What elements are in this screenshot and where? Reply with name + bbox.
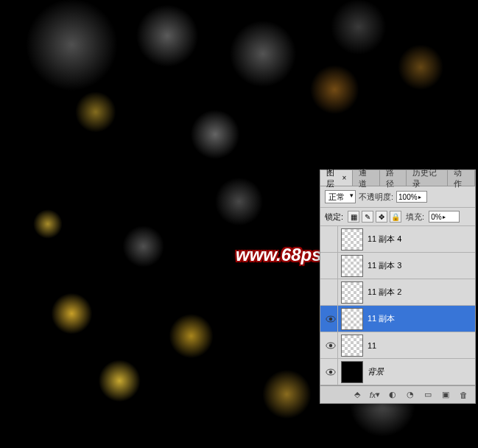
panel-footer: ⬘ fx▾ ◐ ◔ ▭ ▣ 🗑 [320, 385, 475, 403]
eye-icon [326, 368, 336, 376]
lock-position-icon[interactable]: ✥ [376, 211, 387, 223]
layer-name-label[interactable]: 11 [368, 341, 376, 350]
eye-icon [326, 315, 336, 323]
trash-icon[interactable]: 🗑 [457, 390, 469, 400]
layer-row[interactable]: 11 副本 [320, 306, 475, 332]
layer-row[interactable]: 11 副本 2 [320, 279, 475, 306]
tab-label: 图层 [326, 167, 340, 189]
layer-list: 11 副本 411 副本 311 副本 211 副本11背景 [320, 226, 475, 385]
lock-icons: ▦ ✎ ✥ 🔒 [348, 211, 401, 223]
lock-transparency-icon[interactable]: ▦ [348, 211, 359, 223]
lock-image-icon[interactable]: ✎ [362, 211, 373, 223]
layer-thumbnail[interactable] [341, 308, 363, 330]
layer-thumbnail[interactable] [341, 281, 363, 304]
layer-thumbnail[interactable] [341, 228, 363, 251]
visibility-toggle[interactable] [323, 306, 338, 332]
visibility-toggle[interactable] [323, 253, 338, 279]
layer-name-label[interactable]: 11 副本 3 [368, 260, 401, 271]
panel-lock-row: 锁定: ▦ ✎ ✥ 🔒 填充: 0%▸ [320, 208, 475, 226]
layer-thumbnail[interactable] [341, 335, 363, 357]
layer-row[interactable]: 11 [320, 332, 475, 359]
tab-history[interactable]: 历史记录 [407, 170, 448, 186]
close-icon[interactable]: × [342, 174, 347, 182]
layer-thumbnail[interactable] [341, 361, 363, 383]
svg-point-5 [328, 370, 331, 373]
layer-row[interactable]: 11 副本 4 [320, 226, 475, 253]
fill-label: 填充: [406, 211, 424, 223]
panel-tabs: 图层× 通道 路径 历史记录 动作 [320, 170, 475, 186]
layer-row[interactable]: 11 副本 3 [320, 253, 475, 279]
lock-label: 锁定: [325, 211, 343, 223]
layer-row[interactable]: 背景 [320, 359, 475, 385]
opacity-input[interactable]: 100%▸ [396, 191, 427, 203]
group-icon[interactable]: ▭ [422, 390, 434, 400]
layer-name-label[interactable]: 11 副本 4 [368, 234, 401, 245]
tab-paths[interactable]: 路径 [380, 170, 407, 186]
link-icon[interactable]: ⬘ [351, 390, 363, 400]
layers-panel: 图层× 通道 路径 历史记录 动作 正常 不透明度: 100%▸ 锁定: ▦ ✎… [320, 169, 476, 404]
panel-controls: 正常 不透明度: 100%▸ [320, 186, 475, 208]
chevron-right-icon[interactable]: ▸ [418, 194, 421, 200]
new-icon[interactable]: ▣ [440, 390, 451, 400]
lock-all-icon[interactable]: 🔒 [390, 211, 401, 223]
layer-name-label[interactable]: 11 副本 [368, 313, 395, 324]
visibility-toggle[interactable] [323, 359, 338, 385]
chevron-right-icon[interactable]: ▸ [443, 214, 446, 220]
tab-channels[interactable]: 通道 [353, 170, 380, 186]
tab-layers[interactable]: 图层× [320, 170, 353, 186]
opacity-label: 不透明度: [359, 192, 393, 203]
fx-icon[interactable]: fx▾ [369, 390, 381, 400]
svg-point-3 [328, 343, 331, 346]
fill-input[interactable]: 0%▸ [429, 211, 460, 223]
mask-icon[interactable]: ◐ [387, 390, 398, 400]
svg-point-1 [328, 317, 331, 320]
visibility-toggle[interactable] [323, 226, 338, 252]
visibility-toggle[interactable] [323, 279, 338, 305]
tab-actions[interactable]: 动作 [448, 170, 475, 186]
eye-icon [326, 342, 336, 349]
layer-name-label[interactable]: 背景 [368, 366, 384, 377]
adjust-icon[interactable]: ◔ [404, 390, 416, 400]
visibility-toggle[interactable] [323, 332, 338, 358]
layer-thumbnail[interactable] [341, 255, 363, 277]
layer-name-label[interactable]: 11 副本 2 [368, 287, 401, 298]
blend-mode-select[interactable]: 正常 [325, 190, 356, 203]
